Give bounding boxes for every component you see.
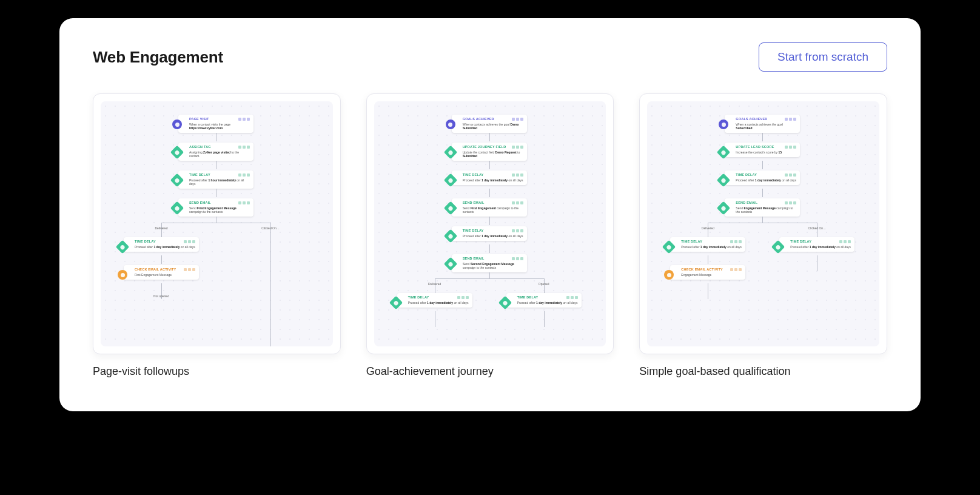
copy-icon[interactable]: [516, 229, 519, 232]
flow-node[interactable]: TIME DELAYProceed after 1 day immediatel…: [452, 170, 527, 185]
delete-icon[interactable]: [520, 146, 523, 149]
delete-icon[interactable]: [520, 201, 523, 204]
template-title: Goal-achievement journey: [366, 365, 614, 378]
edit-icon[interactable]: [730, 240, 733, 243]
copy-icon[interactable]: [461, 296, 465, 299]
edit-icon[interactable]: [785, 201, 788, 204]
flow-node[interactable]: UPDATE JOURNEY FIELDUpdate the contact f…: [452, 143, 527, 161]
branch-label: Clicked On…: [808, 226, 826, 230]
node-description: When a contacts achieves the goal Subscr…: [736, 123, 796, 130]
connector-line: [544, 311, 545, 327]
delete-icon[interactable]: [192, 268, 195, 271]
edit-icon[interactable]: [785, 146, 788, 149]
copy-icon[interactable]: [789, 173, 792, 177]
delete-icon[interactable]: [520, 257, 523, 260]
copy-icon[interactable]: [516, 118, 519, 121]
edit-icon[interactable]: [184, 268, 187, 271]
node-type-icon: [717, 146, 731, 160]
flow-node[interactable]: SEND EMAILSend First Engagement Message …: [178, 198, 253, 217]
edit-icon[interactable]: [730, 268, 733, 271]
copy-icon[interactable]: [789, 146, 792, 149]
flow-node[interactable]: TIME DELAYProceed after 1 day immediatel…: [725, 170, 800, 185]
copy-icon[interactable]: [789, 118, 792, 121]
flow-node[interactable]: CHECK EMAIL ACTIVITYEngagement Message: [670, 265, 745, 280]
edit-icon[interactable]: [238, 173, 241, 177]
flow-node[interactable]: TIME DELAYProceed after 1 day immediatel…: [397, 293, 472, 308]
delete-icon[interactable]: [739, 240, 742, 243]
copy-icon[interactable]: [734, 268, 737, 271]
edit-icon[interactable]: [785, 118, 788, 121]
copy-icon[interactable]: [188, 268, 191, 271]
node-description: Proceed after 1 day immediately on all d…: [736, 178, 796, 182]
start-from-scratch-button[interactable]: Start from scratch: [759, 42, 887, 72]
delete-icon[interactable]: [192, 240, 195, 243]
delete-icon[interactable]: [739, 268, 742, 271]
edit-icon[interactable]: [785, 173, 788, 177]
edit-icon[interactable]: [512, 173, 515, 177]
flow-node[interactable]: SEND EMAILSend First Engagement campaign…: [452, 198, 527, 217]
delete-icon[interactable]: [520, 229, 523, 232]
delete-icon[interactable]: [247, 118, 250, 121]
delete-icon[interactable]: [466, 296, 469, 299]
flow-node[interactable]: SEND EMAILSend Second Engagement Message…: [452, 254, 527, 272]
flow-node[interactable]: TIME DELAYProceed after 1 day immediatel…: [670, 237, 745, 252]
copy-icon[interactable]: [734, 240, 737, 243]
template-card[interactable]: GOALS ACHIEVEDWhen a contacts achieves t…: [639, 93, 887, 354]
flow-node[interactable]: UPDATE LEAD SCOREIncrease the contact's …: [725, 143, 800, 157]
edit-icon[interactable]: [238, 201, 241, 204]
node-description: Proceed after 1 day immediately on all d…: [790, 245, 851, 249]
flow-node[interactable]: ASSIGN TAGAssigning Zylker page visited …: [178, 143, 253, 161]
copy-icon[interactable]: [571, 296, 574, 299]
edit-icon[interactable]: [512, 146, 515, 149]
template-card[interactable]: PAGE VISITWhen a contact visits the page…: [93, 93, 341, 354]
flow-node[interactable]: TIME DELAYProceed after 1 day immediatel…: [779, 237, 854, 252]
edit-icon[interactable]: [512, 229, 515, 232]
copy-icon[interactable]: [243, 118, 246, 121]
template-title: Page-visit followups: [93, 365, 341, 378]
edit-icon[interactable]: [457, 296, 460, 299]
edit-icon[interactable]: [238, 146, 241, 149]
delete-icon[interactable]: [793, 173, 796, 177]
copy-icon[interactable]: [188, 240, 191, 243]
flow-node[interactable]: TIME DELAYProceed after 1 day immediatel…: [452, 226, 527, 241]
delete-icon[interactable]: [793, 146, 796, 149]
delete-icon[interactable]: [793, 118, 796, 121]
delete-icon[interactable]: [575, 296, 578, 299]
template-card[interactable]: GOALS ACHIEVEDWhen a contacts achieves t…: [366, 93, 614, 354]
edit-icon[interactable]: [566, 296, 569, 299]
delete-icon[interactable]: [247, 173, 250, 177]
flow-node[interactable]: TIME DELAYProceed after 1 day immediatel…: [506, 293, 582, 308]
edit-icon[interactable]: [512, 257, 515, 260]
copy-icon[interactable]: [516, 257, 519, 260]
edit-icon[interactable]: [512, 201, 515, 204]
flow-node[interactable]: GOALS ACHIEVEDWhen a contacts achieves t…: [452, 115, 527, 133]
copy-icon[interactable]: [789, 201, 792, 204]
flow-node[interactable]: PAGE VISITWhen a contact visits the page…: [178, 115, 253, 133]
copy-icon[interactable]: [243, 173, 246, 177]
flow-node[interactable]: SEND EMAILSend Engagement Message campai…: [725, 198, 800, 217]
flow-node[interactable]: CHECK EMAIL ACTIVITYFirst Engagement Mes…: [124, 265, 199, 280]
delete-icon[interactable]: [520, 118, 523, 121]
delete-icon[interactable]: [247, 201, 250, 204]
flow-node[interactable]: TIME DELAYProceed after 1 day immediatel…: [124, 237, 199, 252]
flow-canvas: GOALS ACHIEVEDWhen a contacts achieves t…: [374, 101, 606, 346]
node-type-icon: [662, 240, 676, 254]
delete-icon[interactable]: [793, 201, 796, 204]
edit-icon[interactable]: [512, 118, 515, 121]
copy-icon[interactable]: [516, 201, 519, 204]
delete-icon[interactable]: [848, 240, 851, 243]
copy-icon[interactable]: [516, 173, 519, 177]
node-type-icon: [717, 173, 731, 187]
copy-icon[interactable]: [844, 240, 847, 243]
copy-icon[interactable]: [243, 201, 246, 204]
flow-node[interactable]: TIME DELAYProceed after 1 hour immediate…: [178, 170, 253, 189]
delete-icon[interactable]: [247, 146, 250, 149]
edit-icon[interactable]: [238, 118, 241, 121]
edit-icon[interactable]: [839, 240, 842, 243]
copy-icon[interactable]: [516, 146, 519, 149]
flow-node[interactable]: GOALS ACHIEVEDWhen a contacts achieves t…: [725, 115, 800, 133]
edit-icon[interactable]: [184, 240, 187, 243]
copy-icon[interactable]: [243, 146, 246, 149]
delete-icon[interactable]: [520, 173, 523, 177]
node-type-icon: [389, 296, 403, 310]
